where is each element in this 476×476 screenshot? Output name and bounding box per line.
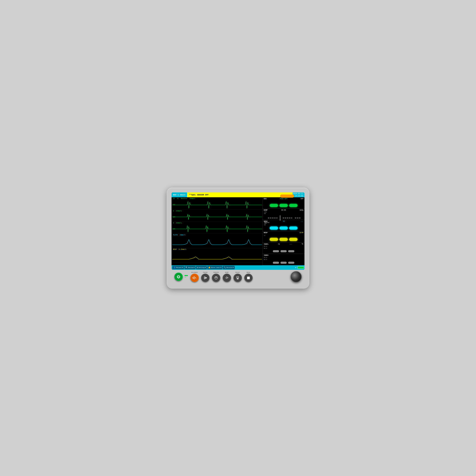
temp2-low: 36.0	[264, 258, 304, 261]
temp2-led-3	[288, 262, 294, 264]
patient-dropdown-icon: ▼	[182, 267, 183, 268]
resp-right-title: RESP	[264, 232, 268, 234]
review-icon: 🔍	[186, 267, 187, 269]
ecg-v-label: V	[173, 222, 174, 224]
bed-label: BED 1 Adult	[171, 194, 187, 196]
datetime: 2020-08-11 14:24:58	[293, 193, 305, 197]
pause-label: PAUSE	[203, 272, 208, 273]
service-icon: 🔧	[224, 267, 226, 269]
spo2-limit-high: 100	[264, 222, 303, 224]
ecg-i-speed: 25mm/s	[176, 210, 182, 212]
nibp-limit-high: 150	[264, 211, 303, 213]
spo2-led-1	[270, 226, 278, 230]
review-btn[interactable]: 🔍 Review ▼	[185, 266, 196, 269]
patient-monitor: BED 1 Adult **SpO₂ SENSOR OFF 2020-08-11…	[167, 187, 309, 289]
ecg-ii-mode: Monitor	[181, 198, 187, 200]
temp2-led-2	[280, 262, 287, 264]
battery-indicator	[298, 266, 304, 269]
ecg-v-speed: 25mm/s	[176, 222, 182, 224]
wifi-icon: ✦	[295, 266, 296, 269]
spo2-pi-label: PI	[283, 221, 285, 222]
waveform-ecg-ii: II X1 Monitor 25mm/s 1mV	[171, 197, 263, 210]
temp1-unit: ℃	[302, 243, 304, 245]
temp2-leds	[264, 261, 304, 264]
pleth-speed: 25mm/s	[180, 234, 185, 236]
right-panel: ECG PACE Off BPM NIBP 00:00 m	[263, 197, 305, 265]
ecg-pace: PACE Off	[280, 198, 287, 200]
temp2-high: 33.0	[264, 256, 304, 258]
service-label: Service	[226, 267, 232, 268]
main-content: II X1 Monitor 25mm/s 1mV I	[171, 197, 305, 265]
setting-label: Setting	[199, 267, 204, 268]
rotary-knob[interactable]	[290, 271, 302, 282]
power-led-1	[185, 275, 188, 276]
nibp-time: 00:00	[281, 209, 286, 211]
svg-rect-14	[237, 278, 238, 279]
svg-rect-13	[237, 276, 239, 278]
monitor-screen: BED 1 Adult **SpO₂ SENSOR OFF 2020-08-11…	[171, 192, 305, 270]
wave-indicator: 〜	[185, 277, 188, 278]
svg-rect-17	[247, 277, 250, 277]
ecg-title: ECG	[264, 198, 267, 200]
alarm-label: Alarm Limit	[211, 267, 220, 268]
resp-led-3	[289, 238, 298, 241]
service-dropdown-icon: ▼	[233, 267, 234, 268]
temp1-title: TEMP1	[264, 243, 269, 245]
temp1-td-val: ---	[289, 243, 292, 245]
silence-button[interactable]	[190, 274, 199, 282]
resp-led-1	[270, 238, 278, 241]
svg-line-7	[195, 277, 196, 279]
waveform-resp: RESP 6.25mm/s	[171, 248, 263, 263]
resp-limit: 5°	[264, 235, 304, 237]
ecg-led-1	[270, 204, 278, 207]
review-dropdown-icon: ▼	[194, 267, 194, 268]
ecg-led-2	[279, 204, 288, 207]
pause-button[interactable]	[201, 274, 209, 282]
spo2-led-2	[279, 226, 288, 230]
alarm-limit-btn[interactable]: 🔔 Alarm Limit ▼	[207, 266, 222, 269]
silence-label: SILENCE	[191, 272, 198, 273]
temp2-title: TEMP2	[264, 255, 269, 256]
alarm-dropdown-icon: ▼	[221, 267, 221, 268]
temp1-low: 36.0	[264, 247, 304, 250]
resp-led-2	[279, 238, 288, 241]
ecg-ii-speed: 25mm/s	[189, 198, 195, 200]
nibp-button-label: NIBP	[225, 272, 229, 273]
ecg-box: ECG PACE Off BPM	[263, 197, 305, 209]
menu-button[interactable]	[244, 274, 253, 282]
service-btn[interactable]: 🔧 Service ▼	[223, 266, 235, 269]
nibp-unit: mmHg	[300, 209, 304, 211]
physical-buttons-row: 〜 SILENCE PAUSE	[171, 270, 305, 284]
patient-btn[interactable]: 👤 Patient ▼	[172, 266, 184, 269]
resp-right-box: RESP BrPM 5°	[263, 231, 305, 242]
alarm-icon: 🔔	[208, 267, 210, 269]
orange-indicator	[280, 194, 294, 198]
spo2-title: SPO2	[264, 221, 268, 222]
waveform-pleth: PLETH 25mm/s	[171, 234, 263, 248]
ecg-ii-mv: 1mV	[172, 204, 175, 205]
spo2-led-3	[289, 226, 298, 230]
svg-rect-19	[247, 279, 250, 279]
review-label: Review	[188, 267, 193, 268]
temp1-led-2	[280, 250, 287, 252]
nibp-box: NIBP 00:00 mmHg 150 90	[263, 209, 305, 220]
nibp-button[interactable]	[223, 274, 231, 282]
temp1-leds	[264, 250, 304, 253]
ecg-unit: BPM	[301, 198, 304, 200]
temp1-box: TEMP1 Td --- ℃ 33.0 36.0	[263, 242, 305, 254]
waveform-ecg-i: I 25mm/s 1mV	[171, 210, 263, 222]
patient-label: Patient	[176, 267, 182, 268]
alarm-banner: **SpO₂ SENSOR OFF	[187, 192, 293, 197]
setting-btn[interactable]: ⚙ Setting ▼	[196, 266, 207, 269]
svg-rect-18	[247, 278, 250, 278]
temp2-box: TEMP2 33.0 36.0	[263, 254, 305, 265]
patient-icon: 👤	[173, 267, 175, 269]
waveform-panel: II X1 Monitor 25mm/s 1mV I	[171, 197, 263, 265]
power-button[interactable]	[174, 273, 183, 281]
waveform-ecg-v: V 25mm/s 1mV	[171, 222, 263, 234]
setting-icon: ⚙	[197, 267, 198, 269]
print-button[interactable]	[234, 274, 242, 282]
ecg-i-label: I	[173, 210, 174, 212]
spo2-box: SPO2 PI --- 100 90	[263, 220, 305, 231]
freeze-button[interactable]	[212, 274, 220, 282]
